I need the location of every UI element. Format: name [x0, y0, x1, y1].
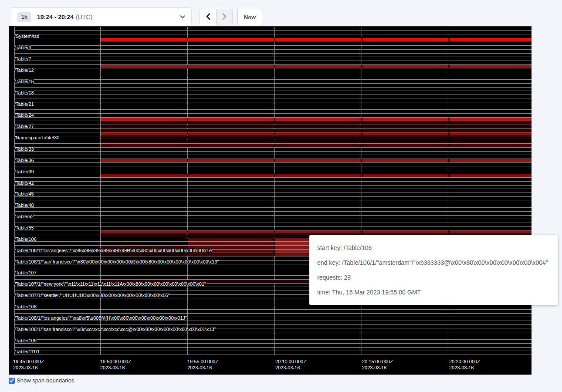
- heat-band: [188, 144, 274, 147]
- key-label: /Table/45: [14, 191, 34, 196]
- heat-band: [362, 65, 448, 68]
- heat-band: [450, 144, 532, 147]
- span-boundary-line: [14, 336, 532, 336]
- span-boundary-line: [14, 76, 532, 76]
- next-time-button[interactable]: [216, 9, 232, 25]
- span-boundary-line: [14, 351, 532, 351]
- tooltip-start-key: start key: /Table/106: [317, 243, 550, 252]
- show-span-boundaries-checkbox[interactable]: [9, 378, 15, 384]
- heat-band: [450, 118, 532, 121]
- heat-band: [362, 118, 448, 121]
- chevron-right-icon: [222, 13, 227, 21]
- key-label: /Table/55: [14, 225, 34, 230]
- span-boundary-line: [14, 211, 532, 212]
- span-boundary-line: [14, 68, 532, 68]
- heat-band: [188, 121, 274, 124]
- heat-band: [362, 136, 448, 139]
- heat-band: [450, 65, 532, 68]
- heat-band: [450, 121, 532, 124]
- span-boundary-line: [14, 189, 532, 189]
- key-label: /Table/36: [14, 158, 34, 163]
- span-boundary-line: [14, 324, 532, 325]
- tooltip-end-key: end key: /Table/106/1/"amsterdam"/"\xb33…: [317, 258, 550, 267]
- heat-band: [275, 132, 361, 135]
- span-boundary-line: [14, 106, 532, 106]
- span-boundary-line: [14, 193, 532, 193]
- heat-band: [450, 125, 532, 128]
- heat-band: [101, 136, 187, 139]
- heat-band: [275, 140, 361, 143]
- heatmap-tooltip: start key: /Table/106 end key: /Table/10…: [309, 235, 558, 305]
- span-boundary-line: [14, 27, 532, 27]
- key-label: /Table/33: [14, 146, 34, 152]
- span-boundary-line: [14, 347, 532, 348]
- span-boundary-line: [14, 166, 532, 166]
- heat-band: [450, 174, 532, 177]
- span-boundary-line: [14, 61, 532, 61]
- span-boundary-line: [14, 147, 532, 148]
- span-boundaries-row[interactable]: Show span boundaries: [9, 377, 74, 384]
- span-boundary-line: [14, 109, 532, 110]
- heat-band: [275, 230, 361, 233]
- heat-band: [101, 174, 187, 177]
- tooltip-requests: requests: 28: [317, 273, 550, 282]
- span-boundary-line: [14, 57, 532, 57]
- key-label: /Table/106/1/"los angeles"/"\x99\x99\x99…: [14, 248, 213, 253]
- span-boundary-line: [14, 226, 532, 227]
- span-boundary-line: [14, 313, 532, 314]
- span-boundary-line: [14, 155, 532, 155]
- span-boundary-line: [14, 196, 532, 197]
- time-bucket-line: [100, 27, 101, 355]
- span-boundary-line: [14, 223, 532, 223]
- key-label: /Table/109: [14, 338, 37, 343]
- show-span-boundaries-label: Show span boundaries: [17, 377, 74, 384]
- heat-band: [362, 230, 448, 233]
- heat-band: [188, 174, 274, 177]
- heat-band: [101, 118, 187, 121]
- heat-band: [275, 174, 361, 177]
- span-boundary-line: [14, 339, 532, 340]
- time-range-selector[interactable]: 1h 19:24 - 20:24 (UTC): [11, 7, 192, 26]
- heat-band: [362, 144, 448, 147]
- span-boundary-line: [14, 45, 532, 46]
- now-button[interactable]: Now: [237, 9, 262, 25]
- key-label: /Table/12: [14, 68, 34, 73]
- span-boundary-line: [14, 306, 532, 306]
- key-label: /Table/106: [14, 237, 37, 242]
- span-boundary-line: [14, 95, 532, 95]
- span-boundary-line: [14, 170, 532, 170]
- key-label: /Table/107: [14, 270, 37, 275]
- span-boundary-line: [14, 343, 532, 344]
- span-boundary-line: [14, 181, 532, 182]
- span-boundary-line: [14, 42, 532, 42]
- time-bucket-line: [362, 27, 362, 355]
- heat-band: [362, 129, 448, 132]
- key-label: /Table/107/1/"new york"/"\x11\x11\x11\x1…: [14, 281, 206, 287]
- heat-band: [188, 159, 274, 162]
- x-axis-label: 20:10:00.000Z2023-03-16: [275, 358, 306, 371]
- heat-band: [362, 174, 448, 177]
- heat-band: [362, 140, 448, 143]
- key-label: /Table/108/1/"los angeles"/"\xa8\xf5\u00…: [14, 315, 187, 321]
- heat-band: [188, 38, 274, 41]
- time-bucket-line: [187, 27, 188, 355]
- time-nav-group: [200, 9, 233, 25]
- heat-band: [188, 242, 274, 245]
- heat-band: [101, 125, 187, 128]
- heatmap-canvas[interactable]: /System/tsd/Table/4/Table/7/Table/12/Tab…: [9, 26, 532, 375]
- heat-band: [101, 121, 187, 124]
- heat-band: [188, 65, 274, 68]
- chevron-down-icon: [180, 15, 185, 19]
- span-boundary-line: [14, 79, 532, 80]
- prev-time-button[interactable]: [200, 9, 216, 25]
- span-boundary-line: [14, 72, 532, 72]
- heat-band: [101, 159, 187, 162]
- x-axis-label: 19:45:00.000Z2023-03-16: [13, 358, 44, 371]
- span-boundary-line: [14, 151, 532, 152]
- heat-band: [275, 144, 361, 147]
- heat-band: [275, 159, 361, 162]
- x-axis-label: 19:55:00.000Z2023-03-16: [187, 358, 218, 371]
- heat-band: [101, 234, 187, 237]
- timezone-text: (UTC): [76, 14, 92, 20]
- span-boundary-line: [14, 87, 532, 88]
